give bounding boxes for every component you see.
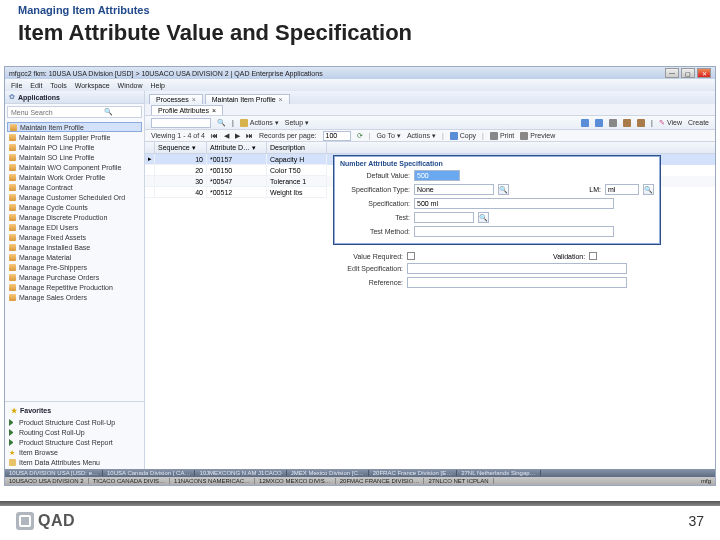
search-icon[interactable]: 🔍 [217, 119, 226, 127]
window-maximize-button[interactable]: ▢ [681, 68, 695, 78]
tree-item[interactable]: Manage Installed Base [7, 242, 142, 252]
search-icon[interactable]: 🔍 [104, 108, 113, 116]
nav-next-icon[interactable]: ▶ [235, 132, 240, 140]
nav-first-icon[interactable]: ⏮ [211, 132, 218, 139]
status-segment[interactable]: JMEX Mexico Division [C… [287, 470, 369, 476]
refresh-icon[interactable]: ⟳ [357, 132, 363, 140]
favorite-item[interactable]: Routing Cost Roll-Up [7, 427, 142, 437]
menu-workspace[interactable]: Workspace [75, 82, 110, 89]
menu-edit[interactable]: Edit [30, 82, 42, 89]
tool-icon[interactable] [623, 119, 631, 127]
reference-input[interactable] [407, 277, 627, 288]
view-button[interactable]: ✎View [659, 119, 682, 127]
status-segment[interactable]: 10JMEXCONG N AM J1CACO [195, 470, 286, 476]
specification-type-input[interactable] [414, 184, 494, 195]
favorite-item[interactable]: Item Data Attributes Menu [7, 457, 142, 467]
status-segment[interactable]: TICACO CANADA DIVIS… [89, 478, 170, 484]
status-segment[interactable]: 20FRAC France Division [E… [369, 470, 457, 476]
row-actions-menu-button[interactable]: Actions▾ [407, 132, 436, 140]
menu-file[interactable]: File [11, 82, 22, 89]
lookup-icon[interactable]: 🔍 [643, 184, 654, 195]
tree-item[interactable]: Maintain W/O Component Profile [7, 162, 142, 172]
tree-item[interactable]: Manage EDI Users [7, 222, 142, 232]
filter-icon[interactable]: ▾ [252, 144, 256, 152]
actions-menu-button[interactable]: Actions▾ [240, 119, 279, 127]
tab-label: Maintain Item Profile [212, 96, 276, 103]
menu-search-input[interactable] [11, 109, 101, 116]
goto-menu-button[interactable]: Go To▾ [376, 132, 401, 140]
create-button[interactable]: Create [688, 119, 709, 126]
tree-item[interactable]: Manage Sales Orders [7, 292, 142, 302]
validation-checkbox[interactable] [589, 252, 597, 260]
close-icon[interactable]: × [212, 107, 216, 114]
favorites-header[interactable]: ★ Favorites [7, 404, 142, 417]
lm-input[interactable] [605, 184, 639, 195]
menu-search[interactable]: 🔍 [7, 106, 142, 118]
grid-header-description[interactable]: Description [267, 142, 327, 153]
close-icon[interactable]: × [279, 96, 283, 103]
tree-item[interactable]: Manage Contract [7, 182, 142, 192]
tree-item[interactable]: Manage Fixed Assets [7, 232, 142, 242]
status-segment[interactable]: 27NLCO NET ICPLAN [424, 478, 493, 484]
tree-item[interactable]: Manage Material [7, 252, 142, 262]
copy-button[interactable]: Copy [450, 132, 476, 140]
rpp-input[interactable] [323, 131, 351, 141]
tree-item[interactable]: Maintain Work Order Profile [7, 172, 142, 182]
grid-header-attribute[interactable]: Attribute D…▾ [207, 142, 267, 153]
toolbar-search-input[interactable] [151, 118, 211, 128]
tool-icon[interactable] [609, 119, 617, 127]
close-icon[interactable]: × [192, 96, 196, 103]
default-value-input[interactable] [414, 170, 460, 181]
tree-item[interactable]: Maintain SO Line Profile [7, 152, 142, 162]
grid-row-selector-header[interactable] [145, 142, 155, 153]
nav-prev-icon[interactable]: ◀ [224, 132, 229, 140]
test-method-input[interactable] [414, 226, 614, 237]
grid-header-sequence[interactable]: Sequence▾ [155, 142, 207, 153]
applications-pane-header[interactable]: ✿ Applications [5, 91, 144, 104]
lookup-icon[interactable]: 🔍 [478, 212, 489, 223]
status-segment[interactable]: 10USA DIVISION USA [USD: e… [5, 470, 103, 476]
status-segment[interactable]: 10USA Canada Division [ CA… [103, 470, 195, 476]
default-value-label: Default Value: [340, 172, 410, 179]
tree-item[interactable]: Manage Discrete Production [7, 212, 142, 222]
menu-window[interactable]: Window [118, 82, 143, 89]
tree-item[interactable]: Manage Pre-Shippers [7, 262, 142, 272]
tab-maintain-item-profile[interactable]: Maintain Item Profile× [205, 94, 290, 104]
tree-item[interactable]: Manage Purchase Orders [7, 272, 142, 282]
tree-item[interactable]: Maintain Item Profile [7, 122, 142, 132]
status-segment[interactable]: 11NACONS NAMERICAC… [170, 478, 255, 484]
tree-item[interactable]: Maintain PO Line Profile [7, 142, 142, 152]
tree-item[interactable]: Manage Cycle Counts [7, 202, 142, 212]
setup-menu-button[interactable]: Setup▾ [285, 119, 309, 127]
value-required-checkbox[interactable] [407, 252, 415, 260]
specification-input[interactable] [414, 198, 614, 209]
print-button[interactable]: Print [490, 132, 514, 140]
tree-item[interactable]: Manage Repetitive Production [7, 282, 142, 292]
favorite-item[interactable]: ★Item Browse [7, 447, 142, 457]
tree-item[interactable]: Manage Customer Scheduled Ord [7, 192, 142, 202]
edit-specification-input[interactable] [407, 263, 627, 274]
tool-icon[interactable] [637, 119, 645, 127]
window-minimize-button[interactable]: — [665, 68, 679, 78]
status-segment[interactable]: 27NL Netherlands Singap… [457, 470, 541, 476]
menu-tools[interactable]: Tools [50, 82, 66, 89]
nav-last-icon[interactable]: ⏭ [246, 132, 253, 139]
status-segment[interactable]: 10USACO USA DIVISION 2 [5, 478, 89, 484]
favorite-item[interactable]: Product Structure Cost Report [7, 437, 142, 447]
folder-icon [9, 234, 16, 241]
tool-icon[interactable] [595, 119, 603, 127]
subtab-profile-attributes[interactable]: Profile Attributes× [151, 105, 223, 115]
status-segment[interactable]: 20FMAC FRANCE DIVISIO… [336, 478, 425, 484]
preview-button[interactable]: Preview [520, 132, 555, 140]
filter-icon[interactable]: ▾ [192, 144, 196, 152]
tree-item[interactable]: Maintain Item Supplier Profile [7, 132, 142, 142]
menu-help[interactable]: Help [150, 82, 164, 89]
test-input[interactable] [414, 212, 474, 223]
status-segment[interactable]: 12MXCO MEXCO DIVIS… [255, 478, 336, 484]
favorite-item[interactable]: Product Structure Cost Roll-Up [7, 417, 142, 427]
tool-icon[interactable] [581, 119, 589, 127]
tab-processes[interactable]: Processes× [149, 94, 203, 104]
gear-icon: ✿ [9, 93, 15, 101]
lookup-icon[interactable]: 🔍 [498, 184, 509, 195]
window-close-button[interactable]: ✕ [697, 68, 711, 78]
